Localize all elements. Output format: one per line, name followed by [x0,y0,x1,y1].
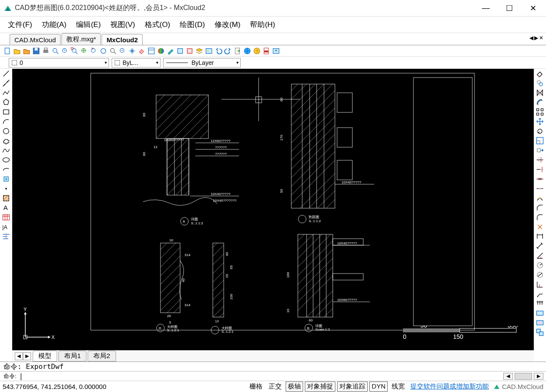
insert-icon[interactable] [186,47,194,55]
pline-icon[interactable] [2,89,10,97]
clip1-icon[interactable] [536,309,544,317]
color-combo[interactable]: ByL... [112,58,160,68]
help-icon[interactable]: ? [253,47,261,55]
open2-icon[interactable] [23,47,31,55]
doc-tab-1[interactable]: CAD.MxCloud [10,34,61,45]
extend-icon[interactable] [536,166,544,173]
layout-tab-1[interactable]: 布局1 [58,351,86,362]
rotate-icon[interactable] [536,127,544,135]
open-icon[interactable] [13,47,21,55]
highlighter-icon[interactable] [167,47,174,55]
cmd-scroll-track[interactable] [515,373,532,380]
break2-icon[interactable] [536,185,544,193]
close-button[interactable]: ✕ [528,3,538,13]
hatch-icon[interactable] [2,194,10,202]
copy-icon[interactable] [536,79,544,87]
dimordinate-icon[interactable] [536,280,544,288]
text-icon[interactable]: A [2,204,10,212]
toggle-dyn[interactable]: DYN [369,382,388,392]
tab-prev-icon[interactable]: ◀ [529,35,533,41]
explode-icon[interactable] [536,223,544,231]
toggle-grid[interactable]: 栅格 [247,382,265,392]
zoom-extents-icon[interactable] [71,47,78,55]
print-icon[interactable] [42,47,50,55]
layout-tab-2[interactable]: 布局2 [88,351,116,362]
zoom-all-icon[interactable] [99,47,107,55]
table-icon[interactable] [2,213,10,221]
linetype-combo[interactable]: ByLayer [163,58,241,68]
toggle-polar[interactable]: 极轴 [286,382,303,392]
trim-icon[interactable] [536,156,544,164]
arc-icon[interactable] [2,118,10,125]
cmd-scroll-right-icon[interactable]: ▶ [534,373,543,380]
web-icon[interactable] [243,47,251,55]
maximize-button[interactable]: ☐ [504,3,515,13]
menu-view[interactable]: 视图(V) [108,18,138,31]
spline-icon[interactable] [2,146,10,154]
pan-icon[interactable] [128,47,136,55]
menu-draw[interactable]: 绘图(D) [177,18,208,31]
undo-icon[interactable] [215,47,222,55]
props-icon[interactable] [147,47,155,55]
align-icon[interactable] [2,233,10,240]
layer-combo[interactable]: 0 [9,58,109,68]
zoom-window-icon[interactable] [51,47,59,55]
doc-tab-2[interactable]: 教程.mxg* [61,33,101,45]
menu-format[interactable]: 格式(O) [142,18,173,31]
menu-edit[interactable]: 编辑(E) [73,18,103,31]
join-icon[interactable] [536,194,544,202]
zoom-obj-icon[interactable] [109,47,117,55]
mtext-icon[interactable]: |A [2,223,10,231]
tab-next-icon[interactable]: ▶ [534,35,538,41]
toggle-otrack[interactable]: 对象追踪 [337,382,368,392]
gradient-icon[interactable] [157,47,165,55]
menu-function[interactable]: 功能(A) [39,18,69,31]
zoom-prev-icon[interactable] [90,47,98,55]
menu-help[interactable]: 帮助(H) [247,18,278,31]
drawing-canvas[interactable]: 60 60 12 10X60????? 12X60????? ?????? ??… [12,69,534,350]
array-icon[interactable] [536,108,544,116]
redo-icon[interactable] [224,47,232,55]
dimradius-icon[interactable] [536,261,544,269]
offset-icon[interactable] [536,98,544,106]
line-icon[interactable] [2,70,10,78]
export-icon[interactable] [234,47,242,55]
zoom-realtime-icon[interactable] [80,47,88,55]
layout-tab-model[interactable]: 模型 [33,351,57,362]
toggle-osnap[interactable]: 对象捕捉 [305,382,335,392]
dimdiameter-icon[interactable] [536,271,544,279]
dimlinear-icon[interactable] [536,233,544,240]
xline-icon[interactable] [2,79,10,87]
save-icon[interactable] [32,47,40,55]
point-icon[interactable] [2,185,10,193]
menu-modify[interactable]: 修改(M) [212,18,243,31]
menu-file[interactable]: 文件(F) [5,18,35,31]
erase-icon[interactable] [536,70,544,78]
zoom-center-icon[interactable] [119,47,126,55]
block-icon[interactable] [176,47,184,55]
dimcontinue-icon[interactable] [536,300,544,308]
ellipsearc-icon[interactable] [2,166,10,173]
mirror-icon[interactable] [536,89,544,97]
zoom-in-icon[interactable]: + [61,47,69,55]
cmd-scroll-left-icon[interactable]: ◀ [503,373,513,380]
feedback-link[interactable]: 提交软件问题或增加新功能 [410,382,489,391]
rectangle-icon[interactable] [2,108,10,116]
layer-icon[interactable] [195,47,203,55]
fillet-icon[interactable] [536,213,544,221]
dimangular-icon[interactable] [536,252,544,260]
layout-next-icon[interactable]: ▶ [23,352,31,360]
tab-close-icon[interactable]: ✕ [539,35,543,41]
export2-icon[interactable] [272,47,280,55]
new-icon[interactable] [3,47,11,55]
revcloud-icon[interactable] [2,137,10,145]
scale-icon[interactable] [536,137,544,145]
pdf-icon[interactable] [263,47,270,55]
minimize-button[interactable]: — [481,3,491,13]
circle-icon[interactable] [2,127,10,135]
stretch-icon[interactable] [536,146,544,154]
insert-block-icon[interactable] [2,175,10,183]
clip2-icon[interactable] [536,319,544,327]
move-icon[interactable] [536,118,544,125]
chamfer-icon[interactable] [536,204,544,212]
